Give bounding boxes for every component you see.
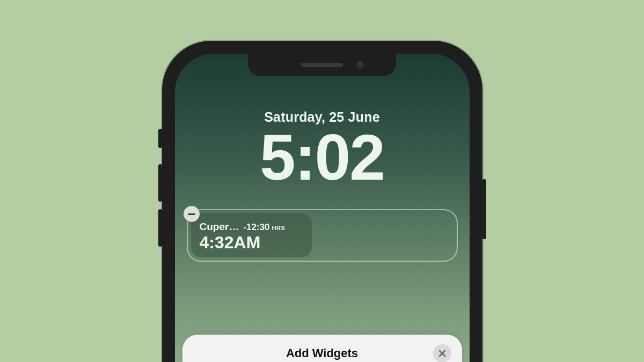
speaker-grille [301,63,343,67]
widget-time: 4:32AM [200,234,303,251]
notch [248,54,396,76]
phone-frame: Saturday, 25 June 5:02 Cuper… -12:30 HRS… [162,41,482,362]
widget-slot[interactable]: Cuper… -12:30 HRS 4:32AM [187,209,458,262]
volume-up-button[interactable] [158,164,162,202]
power-button[interactable] [482,179,486,239]
phone-screen: Saturday, 25 June 5:02 Cuper… -12:30 HRS… [175,54,470,362]
widget-city-label: Cuper… [200,221,239,232]
minus-icon [188,213,195,215]
widget-offset-value: -12:30 [243,223,269,232]
front-camera [356,61,364,69]
volume-down-button[interactable] [158,209,162,247]
close-icon [438,350,446,357]
close-sheet-button[interactable] [433,344,451,362]
world-clock-widget[interactable]: Cuper… -12:30 HRS 4:32AM [191,213,312,257]
lockscreen-clock[interactable]: 5:02 [175,120,470,194]
mute-switch[interactable] [158,129,162,148]
remove-widget-button[interactable] [184,206,200,222]
widget-offset-unit: HRS [272,225,286,231]
sheet-title: Add Widgets [286,346,358,360]
widget-header: Cuper… -12:30 HRS [200,221,303,232]
add-widgets-sheet[interactable]: Add Widgets [182,335,462,362]
